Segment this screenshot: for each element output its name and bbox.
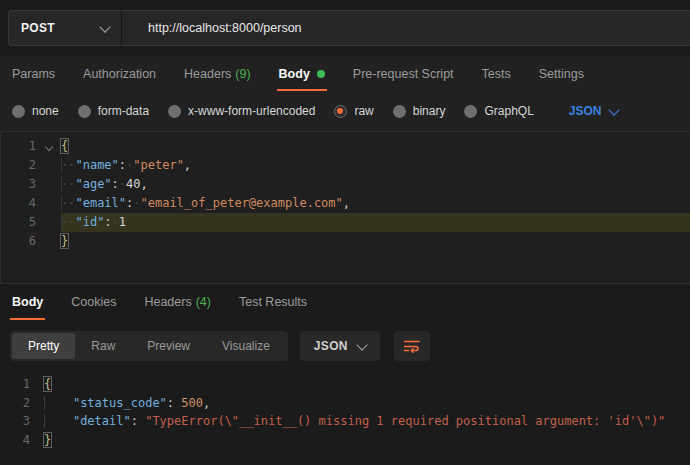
mode-form-data[interactable]: form-data [78, 104, 149, 118]
response-tab-headers[interactable]: Headers(4) [142, 284, 213, 320]
code-text: ··"age":·40, [61, 175, 690, 194]
mode-binary[interactable]: binary [393, 104, 446, 118]
view-raw[interactable]: Raw [75, 333, 131, 359]
response-tabs: Body Cookies Headers(4) Test Results [0, 284, 690, 320]
code-text: ··"email":·"email_of_peter@example.com", [61, 194, 690, 213]
radio-icon [168, 105, 181, 118]
postman-request-panel: POST http://localhost:8000/person Params… [0, 0, 690, 465]
line-number: 1 [0, 375, 30, 394]
radio-selected-icon [334, 105, 347, 118]
response-tab-test-results[interactable]: Test Results [237, 284, 309, 320]
body-active-dot-icon [317, 70, 325, 78]
line-number: 3 [0, 412, 30, 431]
radio-icon [78, 105, 91, 118]
chevron-down-icon [608, 104, 619, 115]
view-visualize[interactable]: Visualize [206, 333, 286, 359]
code-text: "detail": "TypeError(\"__init__() missin… [44, 412, 690, 431]
method-select[interactable]: POST [8, 10, 122, 46]
code-line: 5··"id":·1 [0, 213, 690, 232]
code-line: 2 "status_code": 500, [0, 394, 690, 413]
tab-params[interactable]: Params [10, 56, 57, 91]
tab-body[interactable]: Body [277, 56, 327, 91]
chevron-down-icon [356, 339, 367, 350]
mode-none[interactable]: none [12, 104, 59, 118]
radio-icon [12, 105, 25, 118]
headers-count: (9) [235, 67, 250, 81]
response-tab-body[interactable]: Body [10, 284, 45, 320]
line-number: 4 [0, 194, 36, 213]
response-toolbar: Pretty Raw Preview Visualize JSON [0, 320, 690, 362]
response-body-editor[interactable]: 1{2 "status_code": 500,3 "detail": "Type… [0, 362, 690, 449]
code-text: } [44, 431, 690, 450]
line-number: 3 [0, 175, 36, 194]
word-wrap-icon [403, 339, 421, 354]
radio-icon [464, 105, 477, 118]
code-line: 1{ [0, 137, 690, 156]
code-text: ··"name":·"peter", [61, 156, 690, 175]
code-text: { [44, 375, 690, 394]
code-text: { [61, 137, 690, 156]
url-bar: POST http://localhost:8000/person [0, 0, 690, 56]
code-line: 2··"name":·"peter", [0, 156, 690, 175]
fold-gutter [30, 394, 44, 413]
code-text: } [61, 232, 690, 251]
request-body-editor[interactable]: 1{2··"name":·"peter",3··"age":·40,4··"em… [0, 132, 690, 284]
line-number: 2 [0, 156, 36, 175]
fold-gutter [30, 375, 44, 394]
body-mode-row: none form-data x-www-form-urlencoded raw… [0, 91, 690, 132]
tab-pre-request-script[interactable]: Pre-request Script [351, 56, 456, 91]
view-pretty[interactable]: Pretty [12, 333, 75, 359]
raw-language-select[interactable]: JSON [569, 104, 618, 118]
request-tabs: Params Authorization Headers(9) Body Pre… [0, 56, 690, 91]
line-number: 1 [0, 137, 36, 156]
fold-gutter [36, 213, 61, 232]
line-number: 5 [0, 213, 36, 232]
response-section: Body Cookies Headers(4) Test Results Pre… [0, 284, 690, 465]
code-text: ··"id":·1 [61, 213, 690, 232]
response-view-switch: Pretty Raw Preview Visualize [10, 331, 288, 361]
response-headers-count: (4) [196, 295, 211, 309]
code-line: 6} [0, 232, 690, 251]
tab-tests[interactable]: Tests [480, 56, 513, 91]
code-line: 4} [0, 431, 690, 450]
tab-headers[interactable]: Headers(9) [182, 56, 253, 91]
word-wrap-button[interactable] [394, 331, 430, 361]
code-text: "status_code": 500, [44, 394, 690, 413]
line-number: 4 [0, 431, 30, 450]
response-language-select[interactable]: JSON [300, 331, 380, 361]
tab-settings[interactable]: Settings [537, 56, 586, 91]
fold-gutter [36, 232, 61, 251]
mode-x-www-form-urlencoded[interactable]: x-www-form-urlencoded [168, 104, 315, 118]
fold-gutter [30, 412, 44, 431]
fold-gutter [30, 431, 44, 450]
radio-icon [393, 105, 406, 118]
line-number: 2 [0, 394, 30, 413]
mode-graphql[interactable]: GraphQL [464, 104, 533, 118]
fold-chevron-icon[interactable] [36, 137, 61, 156]
url-text: http://localhost:8000/person [148, 21, 302, 35]
code-line: 4··"email":·"email_of_peter@example.com"… [0, 194, 690, 213]
code-line: 3 "detail": "TypeError(\"__init__() miss… [0, 412, 690, 431]
view-preview[interactable]: Preview [131, 333, 206, 359]
line-number: 6 [0, 232, 36, 251]
code-line: 3··"age":·40, [0, 175, 690, 194]
chevron-down-icon [99, 21, 110, 32]
code-line: 1{ [0, 375, 690, 394]
url-input[interactable]: http://localhost:8000/person [122, 10, 690, 46]
method-label: POST [21, 21, 55, 35]
response-tab-cookies[interactable]: Cookies [69, 284, 118, 320]
fold-gutter [36, 194, 61, 213]
mode-raw[interactable]: raw [334, 104, 373, 118]
fold-gutter [36, 175, 61, 194]
tab-authorization[interactable]: Authorization [81, 56, 158, 91]
fold-gutter [36, 156, 61, 175]
